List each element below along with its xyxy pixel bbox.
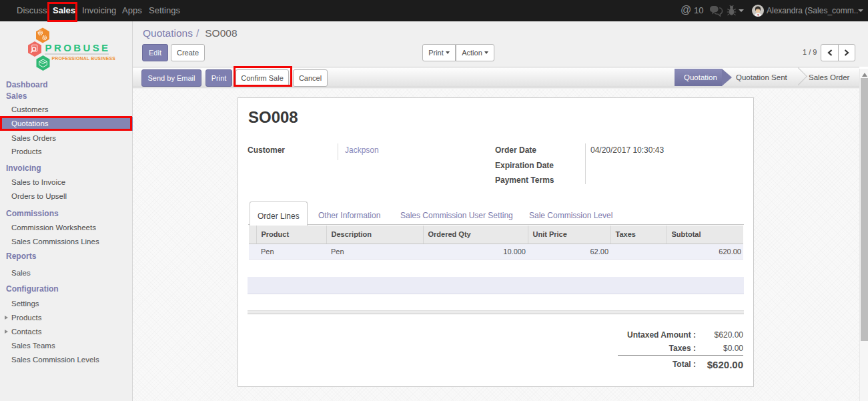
svg-text:PROFESSIONAL BUSINESS: PROFESSIONAL BUSINESS bbox=[52, 56, 116, 61]
svg-text:PROBUSE: PROBUSE bbox=[45, 42, 111, 53]
